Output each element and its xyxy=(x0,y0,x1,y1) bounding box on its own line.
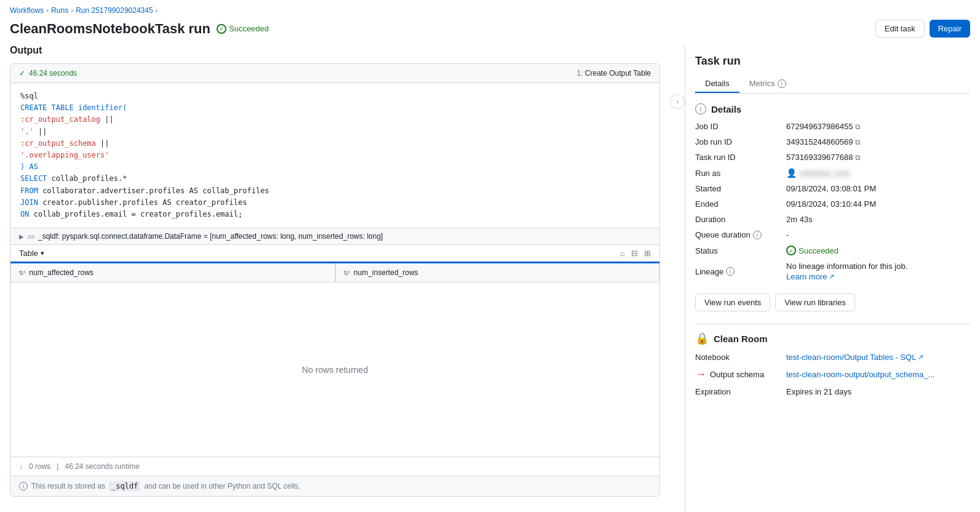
view-run-libraries-button[interactable]: View run libraries xyxy=(775,294,855,311)
breadcrumb-sep-2: › xyxy=(71,6,73,15)
expand-arrow-icon: ▶ xyxy=(19,233,24,240)
table-type-selector[interactable]: Table ▾ xyxy=(19,249,44,258)
columns-icon[interactable]: ⊞ xyxy=(644,249,651,258)
footer-bar: ↓ 0 rows | 46.24 seconds runtime xyxy=(10,457,659,476)
view-run-events-button[interactable]: View run events xyxy=(695,294,770,311)
panel-toggle: › xyxy=(670,45,685,512)
started-value: 09/18/2024, 03:08:01 PM xyxy=(786,184,970,193)
clean-room-title: Clean Room xyxy=(714,334,768,344)
output-title: Output xyxy=(10,45,660,56)
info-prefix: This result is stored as xyxy=(31,482,105,490)
notebook-link[interactable]: test-clean-room/Output Tables - SQL ↗ xyxy=(786,353,923,362)
status-text: Succeeded xyxy=(229,24,269,33)
step-number: 1: xyxy=(576,69,583,78)
code-line-8: SELECT collab_profiles.* xyxy=(20,173,650,185)
col-type-icon-1: ⇅³ xyxy=(18,270,25,276)
task-run-id-label: Task run ID xyxy=(695,153,781,162)
code-line-11: ON collab_profiles.email = creator_profi… xyxy=(20,209,650,220)
task-run-id-value: 573169339677688 ⧉ xyxy=(786,153,970,162)
code-line-1: %sql xyxy=(20,90,650,102)
search-icon[interactable]: ⌕ xyxy=(620,249,625,258)
tabs-bar: Details Metrics i xyxy=(695,75,970,94)
dataframe-icon: ▭ xyxy=(28,232,34,241)
job-run-id-value: 349315244860569 ⧉ xyxy=(786,137,970,146)
download-icon[interactable]: ↓ xyxy=(19,462,23,471)
external-link-icon: ↗ xyxy=(829,273,834,281)
ended-label: Ended xyxy=(695,199,781,209)
code-line-2: CREATE TABLE identifier( xyxy=(20,102,650,114)
copy-task-run-id-icon[interactable]: ⧉ xyxy=(855,153,861,162)
started-label: Started xyxy=(695,184,781,193)
col-header-num-affected-rows: ⇅³ num_affected_rows xyxy=(10,263,335,282)
task-run-title: Task run xyxy=(695,55,970,68)
lineage-learn-more-link[interactable]: Learn more ↗ xyxy=(786,272,834,281)
job-run-id-label: Job run ID xyxy=(695,137,781,146)
code-output-container: ✓ 46.24 seconds 1: Create Output Table %… xyxy=(10,63,660,497)
copy-job-id-icon[interactable]: ⧉ xyxy=(855,122,861,131)
breadcrumb-sep-3: › xyxy=(156,6,158,15)
queue-duration-value: - xyxy=(786,230,970,239)
copy-job-run-id-icon[interactable]: ⧉ xyxy=(855,138,861,146)
footer-sep: | xyxy=(57,462,58,471)
status-label: Status xyxy=(695,246,781,255)
table-toolbar: Table ▾ ⌕ ⊟ ⊞ xyxy=(10,244,659,262)
run-as-value: 👤 redacted_user xyxy=(786,168,970,178)
expiration-label: Expiration xyxy=(695,387,781,396)
check-icon: ✓ xyxy=(19,69,25,78)
filter-icon[interactable]: ⊟ xyxy=(631,249,638,258)
status-value: ✓ Succeeded xyxy=(786,246,970,255)
breadcrumb-runs[interactable]: Runs xyxy=(51,6,68,15)
code-line-3: :cr_output_catalog || xyxy=(20,114,650,126)
queue-duration-label: Queue duration i xyxy=(695,230,781,239)
queue-info-icon: i xyxy=(753,231,762,239)
code-body: %sql CREATE TABLE identifier( :cr_output… xyxy=(10,83,659,228)
table-wrapper: ⇅³ num_affected_rows ⇅³ num_inserted_row… xyxy=(10,262,659,457)
notebook-label: Notebook xyxy=(695,353,781,362)
expiration-value: Expires in 21 days xyxy=(786,387,970,396)
sql-output-bar[interactable]: ▶ ▭ _sqldf: pyspark.sql.connect.datafram… xyxy=(10,228,659,244)
output-schema-link[interactable]: test-clean-room-output/output_schema_... xyxy=(786,370,934,379)
code-line-6: '.overlapping_users' xyxy=(20,150,650,161)
duration-value: 2m 43s xyxy=(786,215,970,224)
lock-icon: 🔒 xyxy=(695,332,709,345)
step-label: Create Output Table xyxy=(585,69,651,78)
status-check-icon xyxy=(217,24,226,34)
breadcrumb-run-id[interactable]: Run 251799029024345 xyxy=(76,6,153,15)
duration-label: Duration xyxy=(695,215,781,224)
title-row: CleanRoomsNotebookTask run Succeeded Edi… xyxy=(0,17,980,45)
breadcrumb-workflows[interactable]: Workflows xyxy=(10,6,44,15)
output-panel: Output ✓ 46.24 seconds 1: Create Output … xyxy=(0,45,670,512)
edit-task-button[interactable]: Edit task xyxy=(875,20,925,38)
red-arrow-icon: → xyxy=(695,368,706,381)
tab-metrics[interactable]: Metrics i xyxy=(739,75,796,93)
clean-room-section: 🔒 Clean Room Notebook test-clean-room/Ou… xyxy=(695,332,970,396)
details-section-title: Details xyxy=(711,104,741,114)
code-line-4: '.' || xyxy=(20,126,650,138)
col-header-num-inserted-rows: ⇅³ num_inserted_rows xyxy=(335,263,660,282)
code-header: ✓ 46.24 seconds 1: Create Output Table xyxy=(10,64,659,83)
duration: 46.24 seconds xyxy=(29,69,77,78)
action-buttons: View run events View run libraries xyxy=(695,294,970,311)
breadcrumb: Workflows › Runs › Run 251799029024345 › xyxy=(0,0,980,17)
ended-value: 09/18/2024, 03:10:44 PM xyxy=(786,199,970,209)
run-as-label: Run as xyxy=(695,168,781,178)
lineage-value: No lineage information for this job. Lea… xyxy=(786,262,970,281)
tab-details[interactable]: Details xyxy=(695,75,739,93)
metrics-info-icon: i xyxy=(778,79,786,88)
person-icon: 👤 xyxy=(786,168,797,178)
row-count: 0 rows xyxy=(29,462,50,471)
details-info-icon: i xyxy=(695,103,706,114)
col-type-icon-2: ⇅³ xyxy=(343,270,350,276)
code-line-7: ) AS xyxy=(20,161,650,173)
repair-button[interactable]: Repair xyxy=(930,20,970,38)
status-badge: Succeeded xyxy=(217,24,269,34)
toggle-button[interactable]: › xyxy=(670,94,685,109)
right-panel: Task run Details Metrics i i Details Job… xyxy=(685,45,980,512)
breadcrumb-sep-1: › xyxy=(46,6,49,15)
table-label: Table xyxy=(19,249,38,258)
job-id-value: 672949637986455 ⧉ xyxy=(786,122,970,131)
page-title: CleanRoomsNotebookTask run xyxy=(10,21,210,37)
code-line-5: :cr_output_schema || xyxy=(20,138,650,150)
status-success-icon: ✓ xyxy=(786,246,796,255)
lineage-label: Lineage i xyxy=(695,262,781,281)
